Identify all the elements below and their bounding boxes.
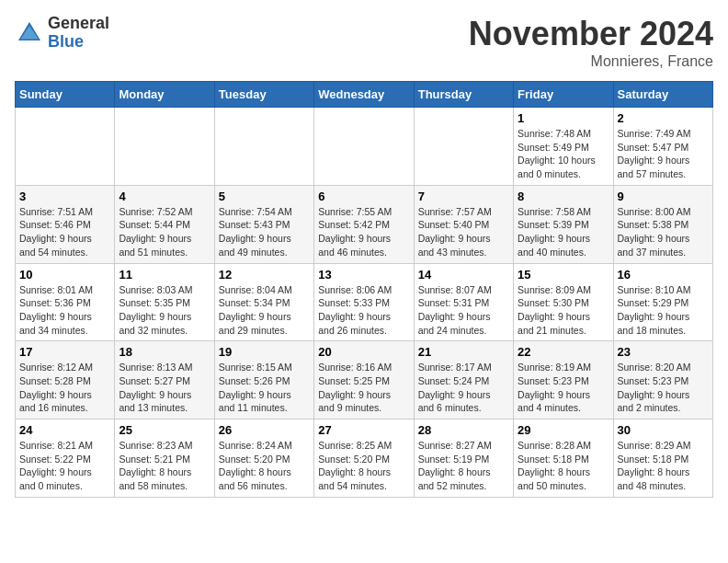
- day-info: Sunrise: 7:55 AM Sunset: 5:42 PM Dayligh…: [318, 205, 409, 259]
- calendar-cell: 4Sunrise: 7:52 AM Sunset: 5:44 PM Daylig…: [115, 185, 214, 263]
- calendar-cell: 10Sunrise: 8:01 AM Sunset: 5:36 PM Dayli…: [16, 263, 115, 341]
- calendar-header: SundayMondayTuesdayWednesdayThursdayFrid…: [16, 82, 713, 108]
- logo: General Blue: [15, 15, 109, 52]
- calendar-cell: 24Sunrise: 8:21 AM Sunset: 5:22 PM Dayli…: [16, 419, 115, 498]
- day-info: Sunrise: 8:01 AM Sunset: 5:36 PM Dayligh…: [19, 283, 110, 338]
- calendar-cell: [115, 108, 214, 186]
- calendar-cell: 5Sunrise: 7:54 AM Sunset: 5:43 PM Daylig…: [214, 185, 313, 263]
- day-number: 30: [618, 423, 709, 437]
- weekday-header-cell: Saturday: [613, 82, 712, 108]
- weekday-header-cell: Wednesday: [314, 82, 414, 108]
- calendar-cell: 28Sunrise: 8:27 AM Sunset: 5:19 PM Dayli…: [414, 419, 513, 498]
- day-number: 25: [119, 423, 210, 437]
- weekday-header-cell: Friday: [514, 82, 613, 108]
- day-number: 5: [219, 190, 310, 203]
- calendar-cell: 30Sunrise: 8:29 AM Sunset: 5:18 PM Dayli…: [613, 419, 712, 498]
- logo-icon: [15, 18, 44, 48]
- calendar-cell: 11Sunrise: 8:03 AM Sunset: 5:35 PM Dayli…: [115, 263, 214, 341]
- calendar-cell: 23Sunrise: 8:20 AM Sunset: 5:23 PM Dayli…: [613, 341, 712, 419]
- calendar-cell: 27Sunrise: 8:25 AM Sunset: 5:20 PM Dayli…: [314, 419, 414, 498]
- day-number: 8: [518, 190, 609, 203]
- day-info: Sunrise: 8:28 AM Sunset: 5:18 PM Dayligh…: [518, 439, 609, 493]
- page-header: General Blue November 2024 Monnieres, Fr…: [15, 15, 713, 70]
- day-number: 27: [318, 423, 409, 437]
- day-info: Sunrise: 8:19 AM Sunset: 5:23 PM Dayligh…: [518, 361, 609, 415]
- calendar-cell: 8Sunrise: 7:58 AM Sunset: 5:39 PM Daylig…: [514, 185, 613, 263]
- calendar-cell: 19Sunrise: 8:15 AM Sunset: 5:26 PM Dayli…: [214, 341, 313, 419]
- calendar-cell: 26Sunrise: 8:24 AM Sunset: 5:20 PM Dayli…: [214, 419, 313, 498]
- day-info: Sunrise: 8:16 AM Sunset: 5:25 PM Dayligh…: [318, 361, 409, 415]
- day-number: 15: [518, 268, 609, 282]
- day-info: Sunrise: 8:25 AM Sunset: 5:20 PM Dayligh…: [318, 439, 409, 493]
- calendar-cell: 13Sunrise: 8:06 AM Sunset: 5:33 PM Dayli…: [314, 263, 414, 341]
- day-number: 11: [119, 268, 210, 282]
- calendar-cell: 17Sunrise: 8:12 AM Sunset: 5:28 PM Dayli…: [16, 341, 115, 419]
- day-info: Sunrise: 7:57 AM Sunset: 5:40 PM Dayligh…: [418, 205, 509, 259]
- day-number: 6: [318, 190, 409, 203]
- calendar-cell: 2Sunrise: 7:49 AM Sunset: 5:47 PM Daylig…: [613, 108, 712, 186]
- calendar-cell: 20Sunrise: 8:16 AM Sunset: 5:25 PM Dayli…: [314, 341, 414, 419]
- day-info: Sunrise: 8:12 AM Sunset: 5:28 PM Dayligh…: [19, 361, 110, 415]
- day-number: 26: [219, 423, 310, 437]
- day-info: Sunrise: 8:07 AM Sunset: 5:31 PM Dayligh…: [418, 283, 509, 338]
- day-info: Sunrise: 8:09 AM Sunset: 5:30 PM Dayligh…: [518, 283, 609, 338]
- day-number: 22: [518, 345, 609, 359]
- calendar-cell: [414, 108, 513, 186]
- day-number: 21: [418, 345, 509, 359]
- calendar-cell: 25Sunrise: 8:23 AM Sunset: 5:21 PM Dayli…: [115, 419, 214, 498]
- day-info: Sunrise: 7:58 AM Sunset: 5:39 PM Dayligh…: [518, 205, 609, 259]
- calendar-cell: 6Sunrise: 7:55 AM Sunset: 5:42 PM Daylig…: [314, 185, 414, 263]
- day-info: Sunrise: 8:23 AM Sunset: 5:21 PM Dayligh…: [119, 439, 210, 493]
- day-number: 29: [518, 423, 609, 437]
- day-number: 24: [19, 423, 110, 437]
- day-number: 9: [618, 190, 709, 203]
- day-info: Sunrise: 7:48 AM Sunset: 5:49 PM Dayligh…: [518, 127, 609, 181]
- calendar-cell: 12Sunrise: 8:04 AM Sunset: 5:34 PM Dayli…: [214, 263, 313, 341]
- day-number: 19: [219, 345, 310, 359]
- day-info: Sunrise: 8:21 AM Sunset: 5:22 PM Dayligh…: [19, 439, 110, 493]
- day-info: Sunrise: 7:49 AM Sunset: 5:47 PM Dayligh…: [618, 127, 709, 181]
- day-info: Sunrise: 8:24 AM Sunset: 5:20 PM Dayligh…: [219, 439, 310, 493]
- day-info: Sunrise: 8:15 AM Sunset: 5:26 PM Dayligh…: [219, 361, 310, 415]
- day-number: 28: [418, 423, 509, 437]
- calendar-week-row: 1Sunrise: 7:48 AM Sunset: 5:49 PM Daylig…: [16, 108, 713, 186]
- month-title: November 2024: [469, 15, 713, 53]
- day-info: Sunrise: 8:04 AM Sunset: 5:34 PM Dayligh…: [219, 283, 310, 338]
- calendar-week-row: 17Sunrise: 8:12 AM Sunset: 5:28 PM Dayli…: [16, 341, 713, 419]
- day-info: Sunrise: 8:06 AM Sunset: 5:33 PM Dayligh…: [318, 283, 409, 338]
- location: Monnieres, France: [469, 53, 713, 70]
- calendar-cell: [314, 108, 414, 186]
- weekday-header-cell: Sunday: [16, 82, 115, 108]
- day-info: Sunrise: 8:27 AM Sunset: 5:19 PM Dayligh…: [418, 439, 509, 493]
- day-number: 4: [119, 190, 210, 203]
- day-info: Sunrise: 8:00 AM Sunset: 5:38 PM Dayligh…: [618, 205, 709, 259]
- day-number: 18: [119, 345, 210, 359]
- day-number: 17: [19, 345, 110, 359]
- calendar-cell: 16Sunrise: 8:10 AM Sunset: 5:29 PM Dayli…: [613, 263, 712, 341]
- day-number: 12: [219, 268, 310, 282]
- calendar-cell: 29Sunrise: 8:28 AM Sunset: 5:18 PM Dayli…: [514, 419, 613, 498]
- weekday-header-cell: Monday: [115, 82, 214, 108]
- day-number: 2: [618, 111, 709, 125]
- calendar-cell: 21Sunrise: 8:17 AM Sunset: 5:24 PM Dayli…: [414, 341, 513, 419]
- calendar-cell: 9Sunrise: 8:00 AM Sunset: 5:38 PM Daylig…: [613, 185, 712, 263]
- calendar-cell: 1Sunrise: 7:48 AM Sunset: 5:49 PM Daylig…: [514, 108, 613, 186]
- calendar-week-row: 3Sunrise: 7:51 AM Sunset: 5:46 PM Daylig…: [16, 185, 713, 263]
- day-number: 14: [418, 268, 509, 282]
- calendar-cell: 7Sunrise: 7:57 AM Sunset: 5:40 PM Daylig…: [414, 185, 513, 263]
- logo-line2: Blue: [48, 33, 109, 52]
- day-info: Sunrise: 8:13 AM Sunset: 5:27 PM Dayligh…: [119, 361, 210, 415]
- day-number: 1: [518, 111, 609, 125]
- day-number: 16: [618, 268, 709, 282]
- day-number: 20: [318, 345, 409, 359]
- calendar-week-row: 10Sunrise: 8:01 AM Sunset: 5:36 PM Dayli…: [16, 263, 713, 341]
- title-area: November 2024 Monnieres, France: [469, 15, 713, 70]
- day-number: 3: [19, 190, 110, 203]
- calendar-cell: [214, 108, 313, 186]
- calendar-cell: 15Sunrise: 8:09 AM Sunset: 5:30 PM Dayli…: [514, 263, 613, 341]
- day-number: 10: [19, 268, 110, 282]
- calendar-cell: [16, 108, 115, 186]
- calendar-cell: 18Sunrise: 8:13 AM Sunset: 5:27 PM Dayli…: [115, 341, 214, 419]
- day-info: Sunrise: 8:17 AM Sunset: 5:24 PM Dayligh…: [418, 361, 509, 415]
- calendar-cell: 3Sunrise: 7:51 AM Sunset: 5:46 PM Daylig…: [16, 185, 115, 263]
